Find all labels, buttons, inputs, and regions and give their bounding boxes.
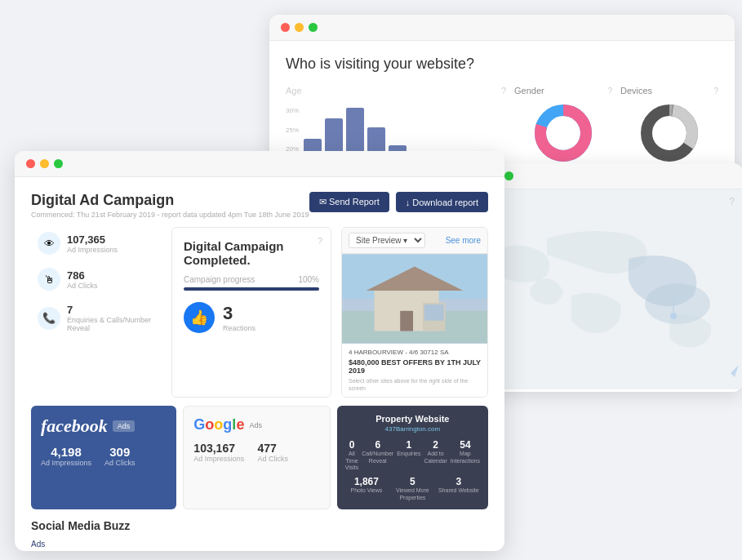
svg-point-6 [670,313,677,319]
progress-label: Campaign progress [184,275,255,284]
see-more-link[interactable]: See more [446,236,481,245]
prop-stat-label-4: Map Interactions [451,451,480,464]
site-preview-desc: Select other sites above for the right s… [349,377,481,392]
fb-stats: 4,198 Ad Impressions 309 Ad Clicks [41,445,167,467]
facebook-card: facebook Ads 4,198 Ad Impressions 309 Ad… [31,406,176,509]
property-stats-grid: 0 All Time Visits 6 Call/Number Reveal 1… [345,439,480,471]
stats-left: 👁 107,365 Ad Impressions 🖱 786 Ad Clicks… [31,227,162,398]
campaign-buttons: ✉ Send Report ↓ Download report [309,192,488,212]
main-maximize-dot [54,159,63,168]
site-preview-detail: 4 HARBOURVIEW - 4/6 30712 SA $480,000 BE… [342,344,487,397]
prop-stat2-2: 3 Shared Website [438,476,480,501]
map-content: ? [465,189,742,389]
property-card: Property Website 437Barrington.com 0 All… [337,406,488,509]
prop-stat2-val-2: 3 [438,476,480,487]
stat-enquiries: 📞 7 Enquiries & Calls/Number Reveal [31,299,162,337]
svg-rect-16 [424,304,444,321]
minimize-dot [295,23,304,32]
campaign-title: Digital Ad Campaign [31,192,309,209]
reactions-count: 3 [223,303,255,324]
stat-clicks: 🖱 786 Ad Clicks [31,263,162,296]
property-stats-row2: 1,867 Photo Views 5 Viewed More Properti… [345,476,480,501]
campaign-completed-box: ? Digital Campaign Completed. Campaign p… [171,227,331,398]
prop-stat-val-1: 6 [362,439,393,451]
social-tab-ads[interactable]: Ads [31,537,45,549]
social-buzz-title: Social Media Buzz [31,519,488,532]
bottom-cards: facebook Ads 4,198 Ad Impressions 309 Ad… [31,406,488,509]
prop-stat2-label-2: Shared Website [438,487,480,494]
prop-stat-val-2: 1 [397,439,420,451]
campaign-question-icon[interactable]: ? [318,236,322,246]
main-panel: Digital Ad Campaign Commenced: Thu 21st … [15,151,504,551]
enquiries-value: 7 [67,304,155,316]
download-report-button[interactable]: ↓ Download report [396,192,488,212]
impressions-label: Ad Impressions [67,246,155,254]
prop-stat2-1: 5 Viewed More Properties [391,476,433,501]
google-clicks-value: 477 [257,442,288,455]
prop-stat-1: 6 Call/Number Reveal [362,439,393,471]
property-url: 437Barrington.com [345,425,480,433]
google-impressions-label: Ad Impressions [193,455,244,463]
fb-clicks-label: Ad Clicks [104,459,136,467]
send-report-button[interactable]: ✉ Send Report [309,192,389,212]
google-stats: 103,167 Ad Impressions 477 Ad Clicks [193,442,319,463]
main-close-dot [26,159,35,168]
site-preview-address: 4 HARBOURVIEW - 4/6 30712 SA [349,349,481,356]
prop-stat-val-3: 2 [424,439,447,451]
age-label: Age [286,86,302,96]
fb-clicks-value: 309 [109,445,130,459]
progress-bar-bg [184,287,319,291]
prop-stat2-label-0: Photo Views [345,487,388,494]
google-impressions-value: 103,167 [193,442,244,455]
facebook-logo: facebook [41,416,108,437]
prop-stat-val-0: 0 [345,439,359,451]
main-minimize-dot [40,159,49,168]
campaign-box-title: Digital Campaign Completed. [184,239,319,267]
analytics-titlebar [269,15,735,41]
google-logo: Google [193,416,244,433]
impressions-icon: 👁 [38,232,60,255]
impressions-value: 107,365 [67,233,155,246]
google-header: Google Ads [193,416,319,433]
fb-impressions-label: Ad Impressions [41,459,91,467]
map-maximize-dot [504,171,513,180]
svg-rect-14 [400,311,413,331]
progress-pct: 100% [298,275,319,284]
google-clicks-label: Ad Clicks [257,455,288,463]
gender-question-icon[interactable]: ? [607,87,612,96]
enquiries-icon: 📞 [38,307,60,330]
devices-donut-svg [637,100,702,166]
stats-row: 👁 107,365 Ad Impressions 🖱 786 Ad Clicks… [31,227,488,398]
maximize-dot [309,23,318,32]
prop-stat-3: 2 Add to Calendar [424,439,447,471]
site-preview-price: $480,000 BEST OFFERS BY 1TH JULY 2019 [349,358,481,375]
prop-stat-label-1: Call/Number Reveal [362,451,393,464]
gender-label: Gender [514,86,544,96]
close-dot [281,23,290,32]
svg-marker-8 [731,365,739,377]
clicks-value: 786 [67,269,155,282]
site-preview-select[interactable]: Site Preview ▾ [349,233,425,248]
analytics-title: Who is visiting your website? [286,56,718,73]
campaign-header: Digital Ad Campaign Commenced: Thu 21st … [31,192,488,219]
house-preview-svg [342,254,487,344]
fb-impressions-value: 4,198 [51,445,82,459]
age-question-icon[interactable]: ? [501,86,506,96]
property-title: Property Website [345,414,480,424]
main-panel-titlebar [15,151,504,177]
clicks-icon: 🖱 [38,268,60,291]
google-card: Google Ads 103,167 Ad Impressions 477 Ad… [183,406,330,509]
social-buzz-tabs: Ads [31,537,488,549]
world-map-svg [465,189,742,389]
campaign-subtitle: Commenced: Thu 21st February 2019 - repo… [31,211,309,219]
google-ads-badge: Ads [249,421,262,429]
devices-question-icon[interactable]: ? [713,87,718,96]
prop-stat-4: 54 Map Interactions [451,439,480,471]
prop-stat2-0: 1,867 Photo Views [345,476,388,501]
devices-label: Devices [620,86,652,96]
prop-stat2-val-1: 5 [391,476,433,487]
prop-stat-label-0: All Time Visits [345,451,359,471]
map-panel: ? [465,163,742,392]
progress-bar-fill [184,287,319,291]
like-icon: 👍 [184,302,215,333]
